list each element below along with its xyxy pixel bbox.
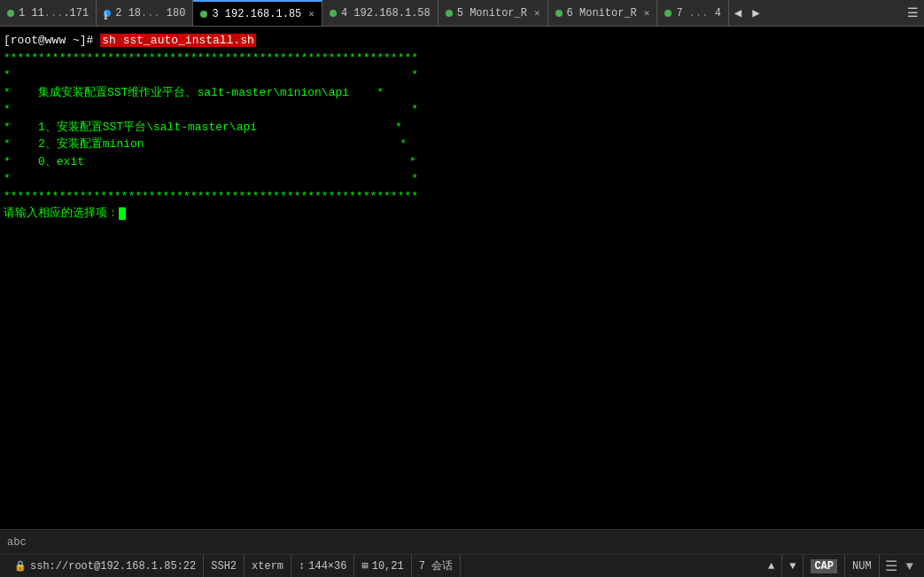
tab-4[interactable]: 4 192.168.1.58: [322, 0, 439, 26]
term-line-2: * *: [4, 66, 920, 84]
status-dimensions: ↕ 144×36: [291, 555, 354, 577]
status-right-group: ▲ ▼ CAP NUM ☰ ▼: [761, 555, 917, 577]
tab-7[interactable]: 7 ... 4: [657, 0, 728, 26]
tab-4-label: 4 192.168.1.58: [341, 7, 431, 19]
tab-7-dot: [664, 10, 672, 17]
status-term-text: xterm: [252, 560, 283, 573]
term-line-5: * 1、安装配置SST平台\salt-master\api *: [4, 119, 920, 136]
tab-bar: 1 11....171 ℹ 2 18... 180 3 192.168.1.85…: [0, 0, 924, 27]
status-cap: CAP: [804, 555, 845, 577]
status-menu-button[interactable]: ☰: [880, 558, 903, 575]
status-cursor-text: 10,21: [372, 560, 404, 573]
tab-5-label: 5 Monitor_R: [457, 7, 527, 19]
tab-scroll-right[interactable]: ▶: [747, 0, 765, 26]
status-cap-text: CAP: [811, 559, 837, 573]
tab-1[interactable]: 1 11....171: [0, 0, 97, 26]
tab-6-close[interactable]: ✕: [644, 7, 650, 19]
status-connection-text: ssh://root@192.168.1.85:22: [30, 560, 196, 573]
status-sessions: 7 会话: [412, 555, 461, 577]
up-arrow-icon: ▲: [768, 560, 774, 573]
status-up-arrow[interactable]: ▲: [761, 555, 782, 577]
status-protocol-text: SSH2: [211, 560, 237, 573]
tab-3-dot: [200, 11, 207, 18]
tab-2-dot: ℹ: [104, 10, 111, 17]
term-line-10: 请输入相应的选择项：: [4, 205, 920, 222]
status-num: NUM: [845, 555, 880, 577]
tab-2-label: 2 18... 180: [115, 7, 185, 19]
lock-icon: 🔒: [14, 560, 27, 572]
term-line-7: * 0、exit *: [4, 153, 920, 171]
prompt-cmd: sh sst_auto_install.sh: [100, 34, 256, 47]
down-arrow-icon: ▼: [789, 560, 796, 573]
status-cursor: ⊞ 10,21: [354, 555, 411, 577]
status-bar: 🔒 ssh://root@192.168.1.85:22 SSH2 xterm …: [0, 554, 924, 577]
term-line-9: ****************************************…: [4, 188, 920, 206]
status-down-arrow[interactable]: ▼: [782, 555, 804, 577]
tab-5-close[interactable]: ✕: [534, 7, 540, 19]
tab-6-dot: [555, 10, 563, 17]
term-line-8: * *: [4, 170, 920, 188]
tab-2[interactable]: ℹ 2 18... 180: [97, 0, 193, 26]
tab-1-dot: [7, 10, 14, 17]
status-term: xterm: [245, 555, 291, 577]
terminal-cursor: [119, 207, 126, 220]
status-protocol: SSH2: [204, 555, 245, 577]
input-bar: abc: [0, 529, 924, 554]
tab-5[interactable]: 5 Monitor_R ✕: [439, 0, 548, 26]
terminal-prompt: [root@www ~]# sh sst_auto_install.sh: [4, 32, 920, 50]
status-grid-icon: ⊞: [361, 559, 368, 573]
tab-7-label: 7 ... 4: [676, 7, 720, 19]
status-sessions-text: 7 会话: [419, 558, 453, 573]
tab-4-dot: [330, 10, 337, 17]
tab-menu-button[interactable]: ☰: [902, 0, 924, 26]
status-connection: 🔒 ssh://root@192.168.1.85:22: [7, 555, 204, 577]
tab-6-label: 6 Monitor_R: [567, 7, 637, 19]
input-bar-label: abc: [7, 536, 27, 549]
term-line-1: ****************************************…: [4, 50, 920, 67]
status-scroll-down[interactable]: ▼: [903, 559, 917, 573]
term-line-3: * 集成安装配置SST维作业平台、salt-master\minion\api …: [4, 84, 920, 102]
term-line-4: * *: [4, 101, 920, 119]
tab-3[interactable]: 3 192.168.1.85 ✕: [193, 0, 322, 26]
term-line-6: * 2、安装配置minion *: [4, 136, 920, 153]
status-num-text: NUM: [852, 560, 872, 573]
tab-3-close[interactable]: ✕: [308, 8, 314, 19]
terminal: [root@www ~]# sh sst_auto_install.sh ***…: [0, 27, 924, 529]
tab-1-label: 1 11....171: [19, 7, 89, 19]
status-dimensions-text: 144×36: [308, 560, 346, 573]
tab-6[interactable]: 6 Monitor_R ✕: [548, 0, 658, 26]
tab-5-dot: [446, 10, 453, 17]
prompt-user: [root@www ~]#: [4, 34, 93, 47]
tab-scroll-left[interactable]: ◀: [729, 0, 747, 26]
status-arrow-icon: ↕: [299, 560, 305, 573]
tab-3-label: 3 192.168.1.85: [212, 8, 301, 20]
